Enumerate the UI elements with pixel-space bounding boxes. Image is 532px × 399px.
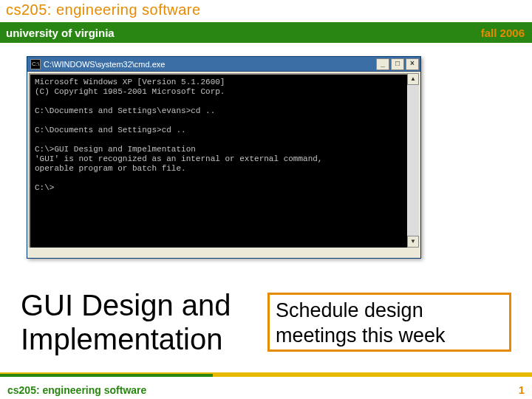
callout-line2: meetings this week	[276, 323, 503, 348]
cmd-output: Microsoft Windows XP [Version 5.1.2600] …	[29, 73, 419, 250]
footer-course: cs205: engineering software	[7, 384, 146, 396]
cmd-title-text: C:\WINDOWS\system32\cmd.exe	[44, 60, 376, 69]
slide-title-line2: Implementation	[21, 322, 231, 356]
horizontal-scrollbar[interactable]	[29, 248, 419, 256]
scroll-up-icon[interactable]: ▲	[407, 73, 419, 85]
header-top: cs205: engineering software	[0, 0, 532, 22]
footer-rule	[0, 374, 532, 377]
page-number: 1	[519, 383, 525, 396]
slide-footer: cs205: engineering software 1	[7, 383, 525, 396]
scroll-track[interactable]	[407, 85, 419, 236]
cmd-icon: C:\	[30, 59, 41, 69]
slide-title: GUI Design and Implementation	[21, 288, 231, 356]
callout-box: Schedule design meetings this week	[267, 293, 511, 352]
scroll-down-icon[interactable]: ▼	[407, 236, 419, 248]
callout-line1: Schedule design	[276, 298, 503, 323]
vertical-scrollbar[interactable]: ▲ ▼	[407, 73, 419, 248]
close-button[interactable]: ×	[406, 58, 419, 70]
minimize-button[interactable]: _	[376, 58, 389, 70]
term-label: fall 2006	[481, 27, 525, 39]
university-name: university of virginia	[6, 27, 115, 39]
cmd-window: C:\ C:\WINDOWS\system32\cmd.exe _ □ × Mi…	[27, 56, 421, 259]
header-bottom: university of virginia fall 2006	[0, 22, 532, 41]
slide-title-line1: GUI Design and	[21, 288, 231, 322]
slide-header: cs205: engineering software university o…	[0, 0, 532, 43]
cmd-titlebar: C:\ C:\WINDOWS\system32\cmd.exe _ □ ×	[27, 57, 420, 72]
maximize-button[interactable]: □	[391, 58, 404, 70]
cmd-window-buttons: _ □ ×	[376, 58, 419, 70]
course-title: cs205: engineering software	[6, 1, 201, 18]
